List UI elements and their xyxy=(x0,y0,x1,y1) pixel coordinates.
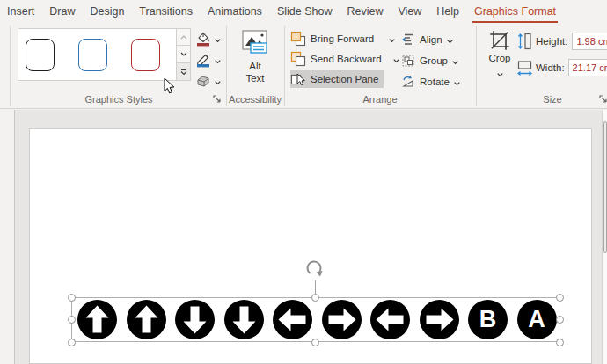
arrow-right-icon xyxy=(420,300,459,339)
ribbon: Graphics Styles Alt Text Accessibility B… xyxy=(0,24,607,109)
crop-icon xyxy=(487,28,512,53)
shape-arrow-down[interactable] xyxy=(224,300,264,339)
chevron-down-icon xyxy=(393,51,399,67)
bring-forward-icon xyxy=(290,31,306,47)
group-label-graphics-styles: Graphics Styles xyxy=(53,94,185,105)
height-input[interactable] xyxy=(572,33,607,50)
alt-text-label: Alt Text xyxy=(240,60,270,84)
slide-thumbnail-panel[interactable] xyxy=(0,110,15,364)
style-thumb-blue-outline[interactable] xyxy=(78,39,107,71)
resize-handle-middle-left[interactable] xyxy=(68,316,76,324)
shape-arrow-left[interactable] xyxy=(273,300,312,339)
menu-tab-help[interactable]: Help xyxy=(436,0,459,24)
width-icon xyxy=(517,59,532,76)
arrow-left-icon xyxy=(273,300,312,339)
gallery-more-button[interactable] xyxy=(176,63,191,81)
shape-letter-b[interactable]: B xyxy=(468,300,508,339)
shape-arrow-down[interactable] xyxy=(175,300,215,339)
rotate-handle-connector xyxy=(315,280,316,294)
style-thumb-black-outline[interactable] xyxy=(26,39,55,71)
shape-outline-button[interactable] xyxy=(195,50,225,69)
resize-handle-top-right[interactable] xyxy=(556,294,564,302)
shape-arrow-up[interactable] xyxy=(77,300,117,339)
menu-tab-animations[interactable]: Animations xyxy=(208,0,262,24)
rotate-handle-icon[interactable] xyxy=(305,260,325,280)
resize-handle-bottom-left[interactable] xyxy=(68,339,76,346)
chevron-down-icon xyxy=(215,31,221,47)
rotate-button[interactable]: Rotate xyxy=(401,74,460,89)
rotate-icon xyxy=(401,75,415,89)
letter-b: B xyxy=(479,300,497,339)
resize-handle-top-center[interactable] xyxy=(311,294,319,302)
menu-tab-slide-show[interactable]: Slide Show xyxy=(277,0,333,24)
shape-effects-button[interactable] xyxy=(195,71,225,91)
width-row: Width: xyxy=(517,59,607,76)
bring-forward-label: Bring Forward xyxy=(311,33,374,44)
pencil-icon xyxy=(195,52,211,68)
alt-text-icon xyxy=(240,29,270,55)
shape-letter-a[interactable]: A xyxy=(517,300,557,339)
group-label-size: Size xyxy=(517,94,588,105)
resize-handle-bottom-right[interactable] xyxy=(556,339,564,346)
shape-arrow-right[interactable] xyxy=(322,300,362,339)
powerpoint-window: InsertDrawDesignTransitionsAnimationsSli… xyxy=(0,0,607,364)
chevron-down-icon xyxy=(389,31,395,47)
crop-label: Crop xyxy=(489,53,511,63)
scrollbar-thumb[interactable] xyxy=(603,121,607,253)
menu-tab-graphics-format[interactable]: Graphics Format xyxy=(474,0,556,24)
gallery-scroll xyxy=(176,28,191,81)
menu-tab-insert[interactable]: Insert xyxy=(7,0,34,24)
send-backward-label: Send Backward xyxy=(311,54,382,64)
arrow-down-icon xyxy=(224,300,264,339)
shape-fill-button[interactable] xyxy=(195,29,225,48)
alt-text-button[interactable]: Alt Text xyxy=(236,29,274,92)
chevron-down-icon xyxy=(215,73,221,89)
send-backward-button[interactable]: Send Backward xyxy=(290,50,399,68)
effects-cube-icon xyxy=(195,73,211,89)
bring-forward-button[interactable]: Bring Forward xyxy=(290,30,395,47)
shape-arrow-right[interactable] xyxy=(420,300,459,339)
chevron-down-icon xyxy=(447,32,453,47)
crop-button[interactable]: Crop xyxy=(483,28,516,88)
shape-arrow-left[interactable] xyxy=(370,300,410,339)
arrow-up-icon xyxy=(127,300,166,339)
menu-tab-transitions[interactable]: Transitions xyxy=(139,0,193,24)
resize-handle-middle-right[interactable] xyxy=(556,316,564,324)
gallery-scroll-down-button[interactable] xyxy=(176,46,191,63)
group-button[interactable]: Group xyxy=(401,53,458,68)
menubar: InsertDrawDesignTransitionsAnimationsSli… xyxy=(0,0,607,24)
size-dialog-launcher[interactable] xyxy=(599,95,607,104)
menu-tab-design[interactable]: Design xyxy=(90,0,124,24)
graphics-styles-gallery xyxy=(18,28,177,81)
paint-bucket-icon xyxy=(195,31,211,47)
mouse-cursor xyxy=(164,77,175,94)
gallery-more-icon xyxy=(180,69,187,76)
width-input[interactable] xyxy=(568,59,607,76)
selection-pane-label: Selection Pane xyxy=(311,74,378,84)
send-backward-icon xyxy=(290,51,306,67)
align-icon xyxy=(401,33,415,47)
menu-tab-draw[interactable]: Draw xyxy=(49,0,75,24)
selection-pane-icon xyxy=(290,71,306,87)
chevron-down-icon xyxy=(452,53,458,69)
gallery-scroll-up-button[interactable] xyxy=(176,28,191,46)
group-divider xyxy=(476,26,477,106)
group-label-accessibility: Accessibility xyxy=(220,94,290,105)
menu-tab-review[interactable]: Review xyxy=(347,0,383,24)
align-button[interactable]: Align xyxy=(401,32,453,47)
arrow-left-icon xyxy=(370,300,410,339)
resize-handle-top-left[interactable] xyxy=(68,294,76,302)
align-label: Align xyxy=(420,34,442,45)
chevron-down-icon xyxy=(215,52,221,68)
resize-handle-bottom-center[interactable] xyxy=(311,339,319,346)
chevron-down-icon xyxy=(180,52,187,56)
height-icon xyxy=(517,33,532,50)
shape-arrow-up[interactable] xyxy=(127,300,166,339)
menu-tab-view[interactable]: View xyxy=(398,0,421,24)
style-thumb-red-outline[interactable] xyxy=(131,39,160,71)
height-label: Height: xyxy=(536,36,567,47)
selection-pane-button[interactable]: Selection Pane xyxy=(290,70,384,88)
letter-a: A xyxy=(528,300,545,339)
chevron-down-icon xyxy=(497,65,503,81)
vertical-scrollbar[interactable] xyxy=(602,110,607,364)
